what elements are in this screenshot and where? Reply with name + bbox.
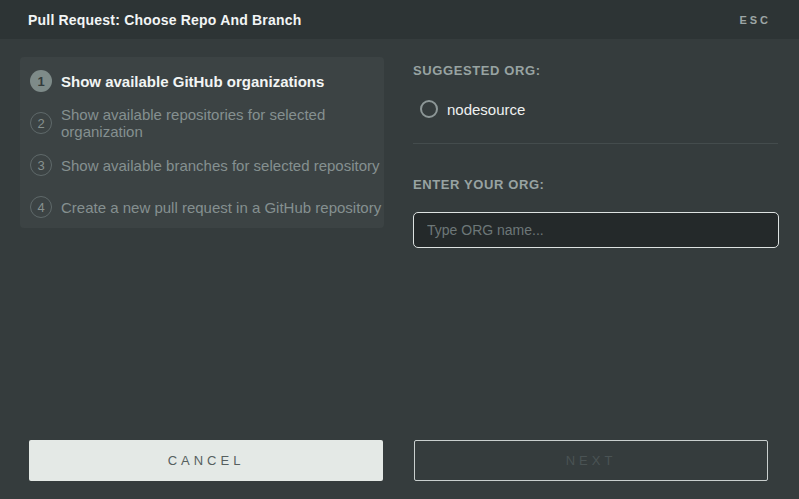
step-label: Show available branches for selected rep… xyxy=(61,157,380,174)
dialog-header: Pull Request: Choose Repo And Branch ESC xyxy=(0,0,799,39)
next-button[interactable]: NEXT xyxy=(414,440,768,481)
step-number-badge: 3 xyxy=(30,154,52,176)
enter-org-heading: ENTER YOUR ORG: xyxy=(413,177,545,192)
step-label: Create a new pull request in a GitHub re… xyxy=(61,199,381,216)
org-radio-option-nodesource[interactable]: nodesource xyxy=(420,100,525,118)
org-radio-label: nodesource xyxy=(447,101,525,118)
step-item-1: 1 Show available GitHub organizations xyxy=(20,60,384,102)
pull-request-dialog: Pull Request: Choose Repo And Branch ESC… xyxy=(0,0,799,499)
step-label: Show available GitHub organizations xyxy=(61,73,324,90)
suggested-org-heading: SUGGESTED ORG: xyxy=(413,63,541,78)
org-name-input[interactable] xyxy=(413,212,779,248)
dialog-title: Pull Request: Choose Repo And Branch xyxy=(28,12,301,28)
step-number-badge: 2 xyxy=(30,112,52,134)
esc-button[interactable]: ESC xyxy=(739,14,771,26)
step-item-4: 4 Create a new pull request in a GitHub … xyxy=(20,186,384,228)
cancel-button[interactable]: CANCEL xyxy=(29,440,383,481)
step-label: Show available repositories for selected… xyxy=(61,106,384,140)
section-divider xyxy=(413,143,778,144)
step-item-2: 2 Show available repositories for select… xyxy=(20,102,384,144)
steps-panel: 1 Show available GitHub organizations 2 … xyxy=(20,57,384,228)
step-number-badge: 1 xyxy=(30,70,52,92)
step-item-3: 3 Show available branches for selected r… xyxy=(20,144,384,186)
radio-unchecked-icon[interactable] xyxy=(420,100,438,118)
step-number-badge: 4 xyxy=(30,196,52,218)
